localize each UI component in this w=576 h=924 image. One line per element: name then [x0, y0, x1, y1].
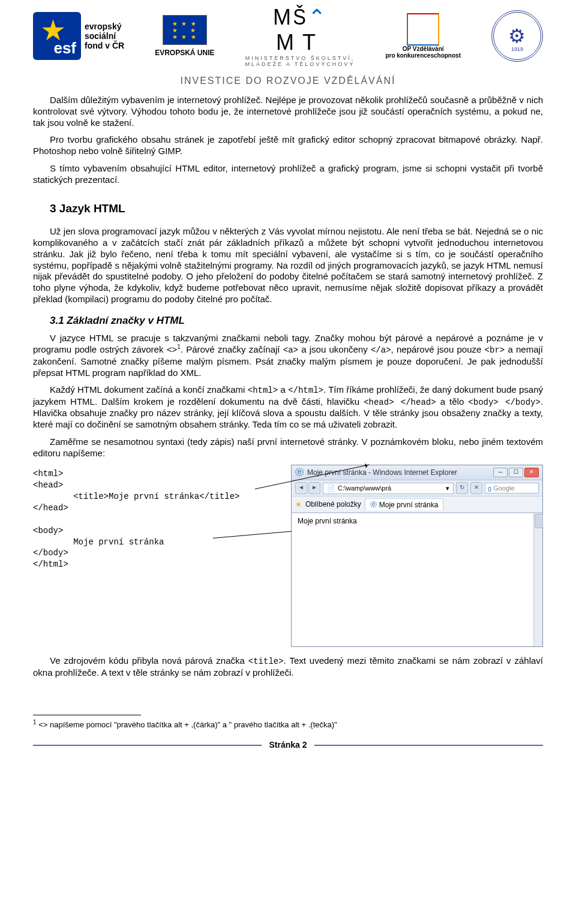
- footnote-separator: [33, 715, 141, 715]
- forward-button[interactable]: ►: [308, 482, 320, 494]
- search-box[interactable]: g Google: [485, 483, 539, 493]
- header-logo-row: ★ esf evropský sociální fond v ČR ★ ★ ★★…: [33, 0, 543, 70]
- after-code-paragraph: Ve zdrojovém kódu přibyla nová párová zn…: [33, 655, 543, 678]
- scrollbar[interactable]: [533, 513, 542, 646]
- section-3-1-paragraph-2: Každý HTML dokument začíná a končí značk…: [33, 384, 543, 431]
- browser-mock: ⓔ Moje první stránka - Windows Internet …: [291, 465, 543, 647]
- section-3-1-paragraph-1: V jazyce HTML se pracuje s takzvanými zn…: [33, 333, 543, 379]
- page-number: Stránka 2: [262, 740, 314, 750]
- browser-window-title: Moje první stránka - Windows Internet Ex…: [307, 468, 490, 477]
- browser-favorites-bar: ★ Oblíbené položky ⓔ Moje první stránka: [292, 496, 542, 513]
- ie-icon: ⓔ: [295, 467, 304, 478]
- code-and-browser-row: <html> <head> <title>Moje první stránka<…: [33, 465, 543, 647]
- google-icon: g: [488, 484, 491, 492]
- esf-icon: ★ esf: [33, 12, 81, 60]
- favorites-star-icon[interactable]: ★: [295, 500, 302, 508]
- close-button[interactable]: ✕: [524, 468, 539, 477]
- invest-tagline: INVESTICE DO ROZVOJE VZDĚLÁVÁNÍ: [33, 70, 543, 95]
- opvk-logo: OP Vzdělávání pro konkurenceschopnost: [385, 13, 461, 59]
- page-footer: Stránka 2: [33, 745, 543, 758]
- refresh-button[interactable]: ↻: [456, 482, 468, 494]
- eu-caption: EVROPSKÁ UNIE: [155, 49, 214, 57]
- eu-flag-icon: ★ ★ ★★ ★★ ★ ★: [163, 15, 207, 45]
- section-3-heading: 3 Jazyk HTML: [50, 202, 543, 215]
- tab-title: Moje první stránka: [379, 501, 439, 509]
- msmt-icon: MŠ⌃ MT: [245, 5, 355, 55]
- school-emblem-icon: 1919 ⚙: [491, 10, 543, 62]
- esf-logo: ★ esf evropský sociální fond v ČR: [33, 12, 124, 60]
- favorites-label[interactable]: Oblíbené položky: [305, 500, 361, 508]
- stop-button[interactable]: ✕: [470, 482, 482, 494]
- scroll-thumb[interactable]: [535, 514, 543, 528]
- section-3-1-paragraph-3: Zaměřme se nesamotnou syntaxi (tedy zápi…: [33, 437, 543, 459]
- browser-tab[interactable]: ⓔ Moje první stránka: [365, 498, 444, 510]
- intro-paragraph-2: Pro tvorbu grafického obsahu stránek je …: [33, 134, 543, 157]
- section-3-paragraph: Už jen slova programovací jazyk můžou v …: [33, 226, 543, 305]
- eu-logo: ★ ★ ★★ ★★ ★ ★ EVROPSKÁ UNIE: [155, 15, 214, 57]
- search-provider: Google: [493, 484, 514, 492]
- intro-paragraph-1: Dalším důležitým vybavením je internetov…: [33, 95, 543, 128]
- footnote-1: 1 <> napíšeme pomocí "pravého tlačítka a…: [33, 719, 543, 729]
- address-bar[interactable]: 📄 C:\wamp\www\prá ▾: [323, 483, 454, 494]
- page-icon: 📄: [327, 484, 335, 492]
- esf-caption: evropský sociální fond v ČR: [85, 22, 124, 50]
- section-3-1-heading: 3.1 Základní značky v HTML: [50, 315, 543, 327]
- minimize-button[interactable]: ─: [493, 468, 508, 477]
- browser-viewport: Moje první stránka: [292, 513, 542, 646]
- address-url: C:\wamp\www\prá: [338, 484, 391, 492]
- opvk-icon: [407, 13, 439, 46]
- intro-paragraph-3: S tímto vybavením obsahující HTML editor…: [33, 163, 543, 186]
- html-example-code: <html> <head> <title>Moje první stránka<…: [33, 468, 291, 570]
- msmt-logo: MŠ⌃ MT MINISTERSTVO ŠKOLSTVÍ, MLÁDEŽE A …: [245, 5, 355, 67]
- back-button[interactable]: ◄: [295, 482, 307, 494]
- page-content-text: Moje první stránka: [298, 517, 357, 525]
- browser-toolbar: ◄ ► 📄 C:\wamp\www\prá ▾ ↻ ✕ g Google: [292, 480, 542, 496]
- maximize-button[interactable]: ☐: [509, 468, 523, 477]
- tab-ie-icon: ⓔ: [370, 500, 377, 509]
